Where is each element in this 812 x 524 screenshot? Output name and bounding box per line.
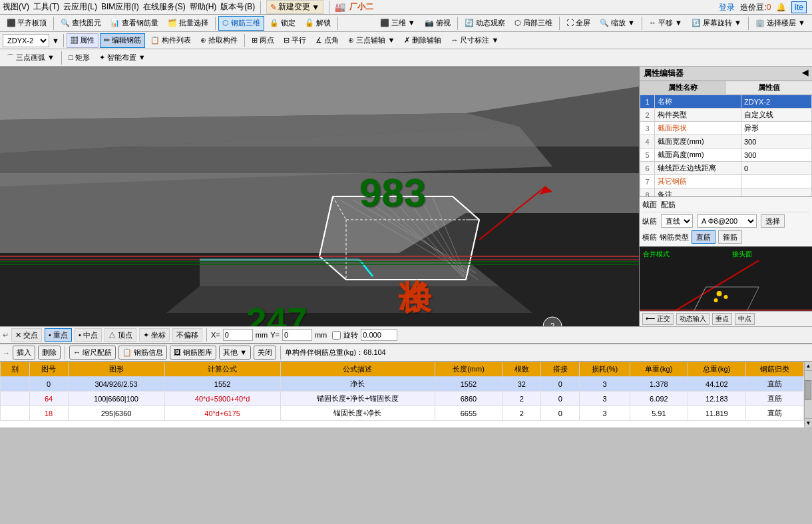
menu-在线服务[interactable]: 在线服务(S) [143, 1, 186, 13]
btn-quanping[interactable]: ⛶ 全屏 [562, 16, 594, 31]
btn-shanchu-fuzhou[interactable]: ✗ 删除辅轴 [400, 33, 445, 48]
table-cell[interactable]: 直筋 [745, 377, 803, 392]
table-cell[interactable]: 6.092 [630, 392, 688, 406]
btn-suoding[interactable]: 🔒 锁定 [266, 16, 300, 31]
prop-row-value[interactable]: 自定义线 [741, 109, 812, 122]
table-cell[interactable]: 12.183 [688, 392, 745, 406]
table-cell[interactable]: 1552 [164, 377, 280, 392]
prop-row-value[interactable] [741, 188, 812, 197]
btn-shanchu[interactable]: 删除 [38, 346, 61, 360]
btn-fushi[interactable]: 📷 俯视 [421, 16, 455, 31]
x-input[interactable] [223, 329, 253, 341]
btn-suofang[interactable]: 🔍 缩放 ▼ [596, 16, 639, 31]
panel-collapse[interactable]: ◀ [802, 68, 808, 79]
table-cell[interactable]: 100|6660|100 [68, 392, 164, 406]
table-cell[interactable]: 18 [29, 406, 68, 421]
btn-sandian-fuzhou[interactable]: ⊕ 三点辅轴 ▼ [344, 33, 399, 48]
btn-shuxing[interactable]: ▦ 属性 [67, 33, 99, 48]
btn-suochi[interactable]: ↔ 缩尺配筋 [69, 346, 116, 360]
prop-row-name[interactable]: 备注 [655, 188, 741, 197]
table-cell[interactable]: 6860 [435, 392, 503, 406]
table-cell[interactable]: 直筋 [745, 392, 803, 406]
table-cell[interactable]: 2 [503, 406, 541, 421]
btn-chazhaotuyuan[interactable]: 🔍 查找图元 [57, 16, 105, 31]
btn-3d[interactable]: ⬛ 三维 ▼ [376, 16, 419, 31]
prop-row-name[interactable]: 其它钢筋 [655, 175, 741, 188]
btn-pingyi[interactable]: ↔ 平移 ▼ [645, 16, 686, 31]
prop-row-value[interactable]: 300 [741, 135, 812, 148]
table-cell[interactable]: 295|6360 [68, 406, 164, 421]
btn-gangjin-tuku[interactable]: 🖼 钢筋图库 [170, 346, 216, 360]
scroll-thumb[interactable] [805, 380, 811, 400]
mini-prev-btn1[interactable]: ⟵ 正交 [642, 313, 674, 325]
menu-视图[interactable]: 视图(V) [3, 1, 29, 13]
table-cell[interactable]: 净长 [280, 377, 435, 392]
btn-pingqi-banding[interactable]: ⬛ 平齐板顶 [3, 16, 51, 31]
table-cell[interactable]: 64 [29, 392, 68, 406]
btn-shiqu-goujian[interactable]: ⊕ 拾取构件 [196, 33, 242, 48]
table-cell[interactable] [1, 392, 30, 406]
btn-bianji-gangjin[interactable]: ✏ 编辑钢筋 [100, 33, 145, 48]
snap-jiaodian[interactable]: ✕ 交点 [11, 328, 42, 342]
prop-row-name[interactable]: 名称 [655, 95, 741, 109]
menu-新建变更[interactable]: ✎ 新建变更 ▼ [266, 0, 323, 14]
btn-pinghang[interactable]: ⊟ 平行 [280, 33, 310, 48]
table-cell[interactable]: 3 [580, 406, 630, 421]
table-cell[interactable]: 3 [580, 377, 630, 392]
table-cell[interactable]: 0 [29, 377, 68, 392]
table-cell[interactable]: 0 [541, 392, 580, 406]
table-cell[interactable]: 1.378 [630, 377, 688, 392]
prop-row-name[interactable]: 构件类型 [655, 109, 741, 122]
btn-jubu-3d[interactable]: ⬡ 局部三维 [510, 16, 556, 31]
table-cell[interactable]: 40*d+5900+40*d [164, 392, 280, 406]
table-cell[interactable]: 40*d+6175 [164, 406, 280, 421]
btn-gangjin-xinxi[interactable]: 📋 钢筋信息 [118, 346, 167, 360]
mini-prev-btn4[interactable]: 中点 [735, 313, 755, 325]
btn-pinmuxuanzhuan[interactable]: 🔃 屏幕旋转 ▼ [688, 16, 745, 31]
prop-row-name[interactable]: 截面宽度(mm) [655, 135, 741, 148]
table-cell[interactable]: 32 [503, 377, 541, 392]
table-cell[interactable] [1, 377, 30, 392]
mini-prev-btn2[interactable]: 动态输入 [676, 313, 710, 325]
snap-bupianyi[interactable]: 不偏移 [172, 328, 202, 342]
btn-xuanze-louceng[interactable]: 🏢 选择楼层 ▼ [751, 16, 809, 31]
btn-charu[interactable]: 插入 [13, 346, 35, 360]
snap-zhongdian-heavy[interactable]: • 重点 [45, 328, 72, 342]
select-btn[interactable]: 选择 [761, 214, 785, 228]
table-cell[interactable]: 锚固长度+净长 [280, 406, 435, 421]
component-selector[interactable]: ZDYX-2 [3, 34, 49, 47]
btn-juxing[interactable]: □ 矩形 [65, 51, 94, 65]
menu-工具[interactable]: 工具(T) [33, 1, 59, 13]
btn-jiesuo[interactable]: 🔓 解锁 [301, 16, 335, 31]
btn-other[interactable]: 其他 ▼ [219, 346, 251, 360]
table-row[interactable]: 64100|6660|10040*d+5900+40*d锚固长度+净长+锚固长度… [1, 392, 804, 406]
prop-row-value[interactable]: 300 [741, 148, 812, 162]
btn-dongtai[interactable]: 🔄 动态观察 [461, 16, 509, 31]
table-cell[interactable]: 304/926/2.53 [68, 377, 164, 392]
menu-云应用[interactable]: 云应用(L) [63, 1, 97, 13]
table-cell[interactable]: 0 [541, 377, 580, 392]
table-cell[interactable]: 1552 [435, 377, 503, 392]
btn-goujian-liebiao[interactable]: 📋 构件列表 [146, 33, 195, 48]
btn-gangjin-3d[interactable]: ⬡ 钢筋三维 [218, 16, 264, 31]
btn-dianjiao[interactable]: ∡ 点角 [311, 33, 343, 48]
table-row[interactable]: 0304/926/2.531552净长155232031.37844.102直筋 [1, 377, 804, 392]
table-cell[interactable]: 5.91 [630, 406, 688, 421]
prop-row-value[interactable]: 0 [741, 162, 812, 175]
notification-icon[interactable]: 🔔 [776, 3, 786, 12]
table-cell[interactable] [1, 406, 30, 421]
snap-dingdian[interactable]: △ 顶点 [104, 328, 136, 342]
properties-scroll[interactable]: 1名称ZDYX-22构件类型自定义线3截面形状异形4截面宽度(mm)3005截面… [640, 95, 812, 196]
table-cell[interactable]: 0 [541, 406, 580, 421]
prop-row-value[interactable]: ZDYX-2 [741, 95, 812, 109]
table-cell[interactable]: 锚固长度+净长+锚固长度 [280, 392, 435, 406]
table-row[interactable]: 18295|636040*d+6175锚固长度+净长66552035.9111.… [1, 406, 804, 421]
scroll-down-arrow[interactable]: ▼ [805, 418, 812, 427]
prop-row-name[interactable]: 轴线距左边线距离 [655, 162, 741, 175]
scroll-up-arrow[interactable]: ▲ [805, 362, 812, 371]
rotate-checkbox[interactable] [332, 331, 341, 340]
table-cell[interactable]: 44.102 [688, 377, 745, 392]
table-cell[interactable]: 3 [580, 392, 630, 406]
rotate-input[interactable] [361, 329, 397, 341]
btn-zhineng-buzhi[interactable]: ✦ 智能布置 ▼ [95, 51, 150, 65]
